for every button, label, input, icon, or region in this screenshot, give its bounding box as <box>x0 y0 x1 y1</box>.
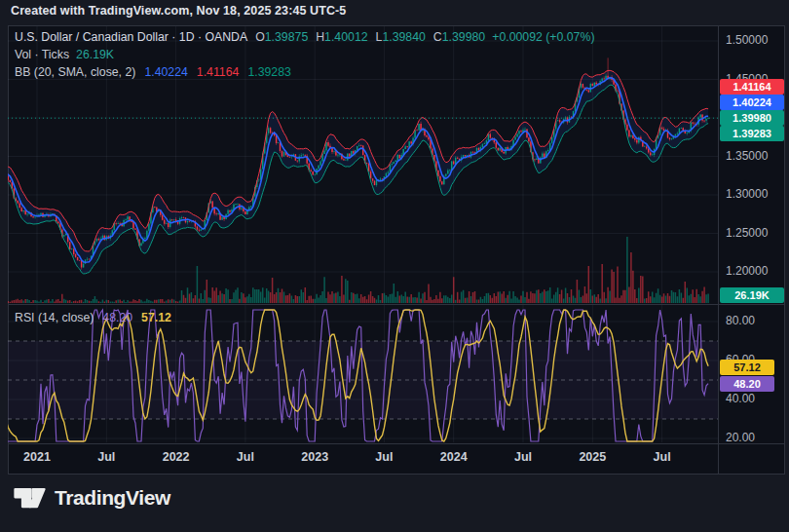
ohlc-close-key: C <box>433 30 442 44</box>
rsi-legend-label: RSI (14, close) <box>15 311 94 324</box>
tradingview-logo-icon <box>14 486 46 510</box>
ohlc-low-value: 1.39840 <box>382 30 425 44</box>
rsi-ma-value: 57.12 <box>141 311 171 324</box>
ohlc-open-key: O <box>255 30 265 44</box>
change-value: +0.00092 (+0.07%) <box>492 30 594 44</box>
rsi-ma-axis-label: 57.12 <box>720 360 774 375</box>
volume-legend[interactable]: Vol · Ticks26.19K <box>15 47 114 62</box>
ohlc-open-value: 1.39875 <box>265 30 308 44</box>
symbol-title[interactable]: U.S. Dollar / Canadian Dollar · 1D · OAN… <box>15 30 247 44</box>
rsi-value: 48.20 <box>102 311 132 324</box>
last-price-label: 1.39980 <box>720 110 784 126</box>
volume-legend-label: Vol · Ticks <box>15 48 69 61</box>
rsi-axis-label: 48.20 <box>720 376 774 392</box>
ohlc-high-value: 1.40012 <box>324 30 367 44</box>
bollinger-legend[interactable]: BB (20, SMA, close, 2)1.402241.411641.39… <box>15 64 291 80</box>
ohlc-close-value: 1.39980 <box>442 30 485 44</box>
bb-upper-price-label: 1.41164 <box>720 79 784 95</box>
bb-upper-value: 1.41164 <box>197 65 240 79</box>
tradingview-wordmark: TradingView <box>55 486 170 510</box>
bb-lower-price-label: 1.39283 <box>720 126 784 141</box>
rsi-legend[interactable]: RSI (14, close)48.2057.12 <box>15 310 171 325</box>
tradingview-snapshot: Created with TradingView.com, Nov 18, 20… <box>0 0 789 532</box>
ohlc-high-key: H <box>316 30 324 44</box>
bb-basis-price-label: 1.40224 <box>720 95 784 110</box>
bb-basis-value: 1.40224 <box>144 65 187 79</box>
volume-legend-value: 26.19K <box>76 48 114 61</box>
volume-value-label: 26.19K <box>720 287 784 303</box>
bb-lower-value: 1.39283 <box>247 65 290 79</box>
tradingview-logo[interactable]: TradingView <box>14 486 170 510</box>
symbol-legend[interactable]: U.S. Dollar / Canadian Dollar · 1D · OAN… <box>15 29 595 45</box>
bb-legend-label: BB (20, SMA, close, 2) <box>15 65 135 79</box>
